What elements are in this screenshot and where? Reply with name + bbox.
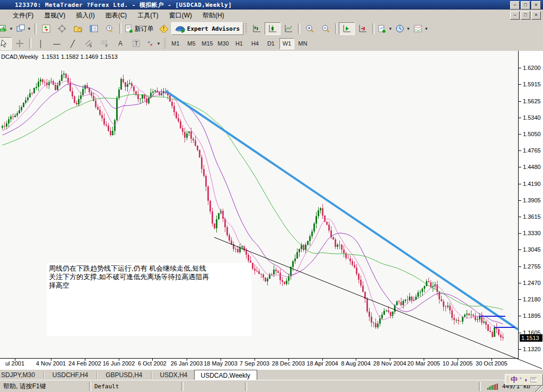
timeframe-button-w1[interactable]: W1 xyxy=(279,38,294,49)
text-button[interactable]: A xyxy=(112,37,128,50)
menu-item-view[interactable]: 显视(V) xyxy=(39,10,71,22)
line-chart-button[interactable] xyxy=(281,22,296,35)
candlestick-chart-button[interactable] xyxy=(265,22,281,35)
templates-button[interactable]: ▼ xyxy=(412,22,430,35)
new-chart-button[interactable]: ▼ xyxy=(0,22,15,35)
price-tick-label: 1.3905 xyxy=(523,197,541,203)
new-order-icon xyxy=(125,24,133,33)
title-bar[interactable]: 123370: MetaTrader ?Forex Ltd. - 模拟帐户 - … xyxy=(0,0,543,10)
child-close-button[interactable]: × xyxy=(531,11,541,20)
date-tick-label: ul 2001 xyxy=(5,360,24,367)
chart-tab-gbpusd-h4[interactable]: GBPUSD,H4 xyxy=(99,370,148,380)
menu-item-file[interactable]: 文件(F) xyxy=(7,10,39,22)
chart-tab-usdchf-h4[interactable]: USDCHF,H4 xyxy=(46,370,94,380)
timeframe-button-h1[interactable]: H1 xyxy=(232,38,247,49)
timeframe-button-m1[interactable]: M1 xyxy=(168,38,183,49)
timeframe-button-m30[interactable]: M30 xyxy=(216,38,231,49)
metatrader-window: 123370: MetaTrader ?Forex Ltd. - 模拟帐户 - … xyxy=(0,0,543,392)
ime-language-bar[interactable]: 中 ” ◗ xyxy=(505,374,543,386)
date-tick-label: 7 Sep 2003 xyxy=(240,360,269,367)
chart-annotation[interactable]: 周线仍在下跌趋势线下运行,仍有 机会继续走低,短线 关注下方的支撑,如不破可逢低… xyxy=(47,263,251,336)
chart-tab-sdjpy-m30[interactable]: SDJPY,M30 xyxy=(0,370,41,380)
price-tick-label: 1.5625 xyxy=(523,98,541,104)
market-watch-button[interactable] xyxy=(38,22,54,35)
menu-item-charts[interactable]: 图表(C) xyxy=(100,10,133,22)
ime-punctuation-icon[interactable]: ” xyxy=(520,377,522,383)
vertical-line-button[interactable]: │ xyxy=(33,37,49,50)
line-chart-icon xyxy=(284,24,293,33)
svg-text:!: ! xyxy=(163,26,164,32)
ime-chinese-icon[interactable]: 中 xyxy=(511,375,518,385)
chart-shift-button[interactable] xyxy=(355,22,371,35)
cursor-button[interactable] xyxy=(0,37,12,50)
terminal-icon xyxy=(90,24,98,33)
maximize-button[interactable]: □ xyxy=(521,1,530,10)
navigator-button[interactable] xyxy=(70,22,86,35)
strategy-tester-button[interactable] xyxy=(102,22,118,35)
text-label-button[interactable]: T xyxy=(128,37,144,50)
toolbar-grip[interactable] xyxy=(164,38,166,49)
profiles-button[interactable]: ▼ xyxy=(15,22,33,35)
zoom-out-button[interactable] xyxy=(318,22,334,35)
status-profile[interactable]: Default xyxy=(91,382,181,391)
ime-grip[interactable] xyxy=(507,376,509,384)
date-tick-label: 10 Jul 2005 xyxy=(443,360,473,367)
arrows-button[interactable]: ▼ xyxy=(144,37,162,50)
date-tick-label: 20 Mar 2005 xyxy=(407,360,440,367)
bar-chart-button[interactable] xyxy=(249,22,265,35)
timeframe-button-h4[interactable]: H4 xyxy=(248,38,262,49)
metaeditor-button[interactable]: ! xyxy=(155,22,171,35)
child-restore-button[interactable]: □ xyxy=(521,11,530,20)
tester-icon xyxy=(106,24,114,33)
expert-advisors-button[interactable]: Expert Advisors xyxy=(171,22,243,35)
date-tick-label: 26 Jan 2003 xyxy=(171,360,203,367)
menu-item-insert[interactable]: 插入(I) xyxy=(71,10,100,22)
menu-item-tools[interactable]: 工具(T) xyxy=(132,10,163,22)
folder-star-icon xyxy=(74,24,82,33)
menu-item-help[interactable]: 帮助(H) xyxy=(197,10,230,22)
auto-scroll-button[interactable] xyxy=(339,22,355,35)
tab-separator xyxy=(97,371,97,379)
tab-separator xyxy=(43,371,44,379)
data-window-button[interactable] xyxy=(54,22,70,35)
price-tick-label: 1.4765 xyxy=(523,147,541,154)
price-tick-label: 1.5050 xyxy=(523,131,541,137)
indicators-icon xyxy=(378,24,386,33)
chart-tab-usdcad-weekly[interactable]: USDCAD,Weekly xyxy=(194,370,257,380)
toolbar-grip[interactable] xyxy=(245,23,247,34)
periods-button[interactable]: ▼ xyxy=(394,22,412,35)
price-axis[interactable]: 1.62001.59151.56251.53401.50501.47651.44… xyxy=(519,51,543,358)
terminal-button[interactable] xyxy=(86,22,102,35)
date-tick-label: 4 Nov 2001 xyxy=(36,360,66,367)
chart-tab-usdx-h4[interactable]: USDX,H4 xyxy=(154,370,194,380)
text-label-icon: T xyxy=(132,39,141,48)
current-price-tag: 1.1513 xyxy=(520,334,542,342)
ime-fullwidth-icon[interactable]: ◗ xyxy=(524,376,528,384)
zoom-in-button[interactable] xyxy=(302,22,318,35)
ime-keyboard-icon[interactable] xyxy=(530,377,537,382)
equidistant-channel-button[interactable]: E xyxy=(81,37,97,50)
zoom-in-icon xyxy=(305,24,314,33)
menu-item-window[interactable]: 窗口(W) xyxy=(164,10,197,22)
close-button[interactable]: × xyxy=(531,1,541,10)
channel-icon: E xyxy=(84,39,93,48)
indicators-button[interactable]: ▼ xyxy=(376,22,394,35)
trendline-button[interactable]: ╱ xyxy=(65,37,81,50)
svg-text:T: T xyxy=(135,41,138,47)
date-axis[interactable]: ul 20014 Nov 200124 Feb 200216 Jun 20026… xyxy=(0,359,543,369)
chart-window[interactable]: DCAD,Weekly 1.1531 1.1582 1.1469 1.1513 … xyxy=(0,51,543,369)
horizontal-line-button[interactable]: — xyxy=(49,37,65,50)
price-tick-label: 1.4190 xyxy=(523,181,541,187)
crosshair-tool-button[interactable] xyxy=(12,37,28,50)
child-minimize-button[interactable]: – xyxy=(510,11,520,20)
status-bar: 帮助, 请按F1键 Default 449/1 kb 中 ” ◗ xyxy=(0,380,543,392)
timeframe-button-d1[interactable]: D1 xyxy=(264,38,278,49)
timeframe-button-m15[interactable]: M15 xyxy=(200,38,215,49)
timeframe-button-m5[interactable]: M5 xyxy=(184,38,199,49)
resize-grip[interactable] xyxy=(535,385,542,392)
timeframe-button-mn[interactable]: MN xyxy=(295,38,310,49)
new-order-button[interactable]: 新订单 xyxy=(123,22,155,35)
minimize-button[interactable]: – xyxy=(510,1,520,10)
new-chart-icon xyxy=(0,24,7,33)
fibonacci-button[interactable]: F xyxy=(97,37,112,50)
